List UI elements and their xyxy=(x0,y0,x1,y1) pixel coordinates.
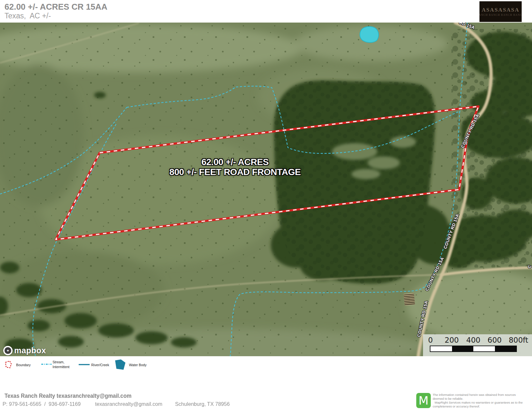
brand-logo: ASASASASA RANCH RANCH RANCH RANCH xyxy=(479,1,522,22)
scale-bar: 0 200 400 600 800ft xyxy=(423,334,532,356)
footer-email: texasranchrealty@gmail.com xyxy=(95,401,162,407)
legend-water-label: Water Body xyxy=(129,363,146,367)
scale-tick: 800ft xyxy=(509,336,528,344)
mapbox-wordmark: mapbox xyxy=(14,346,46,355)
disclaimer-line-1: The information contained herein was obt… xyxy=(433,393,532,397)
legend-stream-icon xyxy=(41,363,52,366)
legend-boundary-icon xyxy=(4,360,13,369)
scale-tick: 200 xyxy=(445,336,459,344)
footer-phones: P: 979-561-6565 / 936-697-1169 xyxy=(3,401,81,407)
map-export-page: 62.00 +/- ACRES CR 15AA Texas, AC +/- AS… xyxy=(0,0,532,411)
mapright-disclaimer: The information contained herein was obt… xyxy=(433,393,532,408)
scale-tick: 0 xyxy=(428,336,433,344)
scale-tick: 600 xyxy=(488,336,502,344)
hay-rows xyxy=(404,293,415,306)
map-canvas[interactable]: RD 15A COUNTY RD 15A COUNTY RD 15A COUNT… xyxy=(0,23,532,356)
legend-river-icon xyxy=(78,363,90,366)
brand-logo-row1: ASASASASA xyxy=(482,7,519,13)
scale-tick: 400 xyxy=(466,336,480,344)
disclaimer-line-4: completeness or accuracy thereof. xyxy=(433,405,532,408)
legend-stream-label-2: Intermittent xyxy=(53,365,70,369)
brand-logo-row2: RANCH RANCH RANCH RANCH xyxy=(479,13,522,16)
mapbox-attribution: ✦ mapbox xyxy=(3,346,46,355)
scale-bar-segments xyxy=(430,346,517,352)
disclaimer-line-2: deemed to be reliable. xyxy=(433,397,532,401)
mapright-logo: M xyxy=(416,393,431,408)
footer-company: Texas Ranch Realty texasranchrealty@gmai… xyxy=(5,393,132,399)
page-title: 62.00 +/- ACRES CR 15AA xyxy=(5,2,107,12)
aerial-imagery: RD 15A COUNTY RD 15A COUNTY RD 15A COUNT… xyxy=(0,23,532,356)
footer-city: Schulenburg, TX 78956 xyxy=(175,401,230,407)
legend-boundary-label: Boundary xyxy=(16,363,31,367)
water-body-pond xyxy=(360,26,379,43)
legend-river-label: River/Creek xyxy=(91,363,109,367)
page-subtitle: Texas, AC +/- xyxy=(5,12,51,20)
legend-water-icon xyxy=(114,359,127,370)
mapbox-icon: ✦ xyxy=(3,346,13,355)
disclaimer-line-3: MapRight Services makes no warranties or… xyxy=(433,401,532,405)
legend-stream-label-1: Stream, xyxy=(53,360,64,364)
